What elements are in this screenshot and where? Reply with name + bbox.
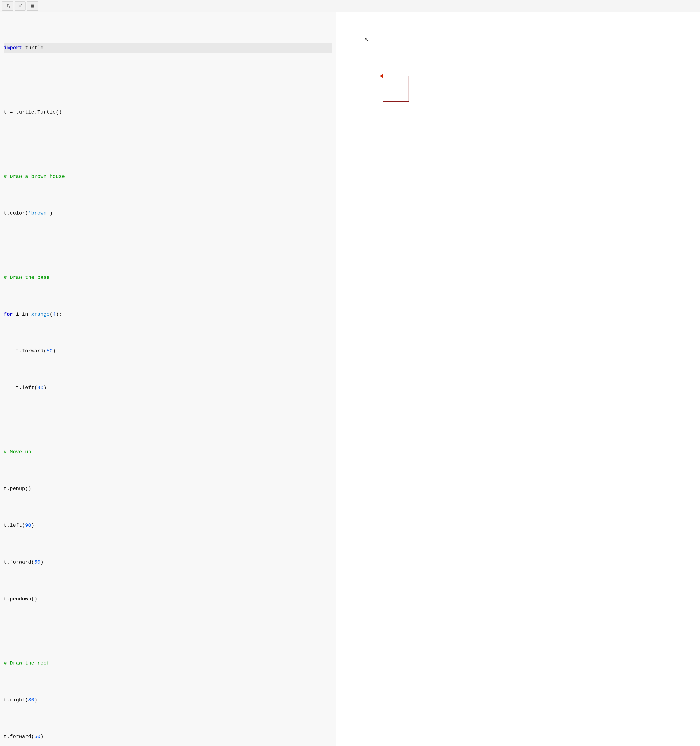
code-line-1: import turtle — [4, 44, 332, 53]
num-90a: 90 — [38, 385, 44, 391]
code-indent: t.left( — [4, 385, 38, 391]
code-line-forward2: t.forward(50) — [4, 558, 332, 567]
save-button[interactable] — [15, 2, 26, 11]
code-line-left2: t.left(90) — [4, 521, 332, 530]
app-container: import turtle t = turtle.Turtle() # Draw… — [0, 0, 700, 746]
code-line-left1: t.left(90) — [4, 383, 332, 393]
keyword-for: for — [4, 311, 13, 317]
toolbar — [0, 0, 700, 12]
code-blank — [4, 236, 332, 245]
code-line-3: t = turtle.Turtle() — [4, 108, 332, 117]
svg-marker-5 — [380, 74, 383, 78]
code-line-comment3: # Move up — [4, 447, 332, 457]
code-blank — [4, 411, 332, 420]
code-text: ) — [41, 560, 44, 565]
code-blank — [4, 71, 332, 80]
code-text: ) — [41, 734, 44, 740]
code-line-forward1: t.forward(50) — [4, 346, 332, 356]
code-line-for: for i in xrange(4): — [4, 310, 332, 319]
code-indent: t.forward( — [4, 348, 47, 354]
code-text: t.right( — [4, 697, 28, 703]
string-brown: 'brown' — [28, 211, 50, 216]
code-line-comment4: # Draw the roof — [4, 659, 332, 668]
comment-text: # Draw a brown house — [4, 174, 65, 179]
code-text: ) — [31, 523, 34, 528]
divider-line — [336, 291, 336, 306]
code-blank — [4, 622, 332, 631]
cursor-icon: ↖ — [364, 36, 369, 44]
num-50c: 50 — [34, 734, 41, 740]
code-line-comment1: # Draw a brown house — [4, 172, 332, 181]
code-blank — [4, 135, 332, 144]
num-90b: 90 — [25, 523, 32, 528]
comment-moveup: # Move up — [4, 449, 31, 455]
code-line-color: t.color('brown') — [4, 209, 332, 218]
code-text: t.left( — [4, 523, 25, 528]
func-xrange: xrange — [31, 311, 50, 317]
code-text: ) — [34, 697, 38, 703]
num-50a: 50 — [47, 348, 53, 354]
code-text: t.pendown() — [4, 596, 38, 602]
comment-base: # Draw the base — [4, 275, 50, 280]
code-text: t.color( — [4, 211, 28, 216]
code-text: t.forward( — [4, 560, 34, 565]
code-text: i in — [13, 311, 31, 317]
code-line-pendown: t.pendown() — [4, 594, 332, 604]
stop-button[interactable] — [27, 2, 38, 11]
code-text: t = turtle.Turtle() — [4, 109, 62, 115]
code-text: ): — [56, 311, 62, 317]
turtle-drawing — [369, 62, 420, 113]
code-line-penup: t.penup() — [4, 484, 332, 493]
code-text: ) — [44, 385, 47, 391]
code-panel[interactable]: import turtle t = turtle.Turtle() # Draw… — [0, 12, 336, 746]
code-text: ) — [53, 348, 56, 354]
code-text: ( — [50, 311, 53, 317]
code-line-forward3: t.forward(50) — [4, 732, 332, 741]
code-text: t.forward( — [4, 734, 34, 740]
keyword-import: import — [4, 45, 22, 51]
code-line-right1: t.right(30) — [4, 695, 332, 705]
code-line-comment2: # Draw the base — [4, 273, 332, 282]
code-area: import turtle t = turtle.Turtle() # Draw… — [0, 14, 336, 746]
canvas-panel: ↖ — [336, 12, 700, 746]
code-normal: turtle — [22, 45, 44, 51]
num-50b: 50 — [34, 560, 41, 565]
export-button[interactable] — [2, 2, 13, 11]
code-text: ) — [50, 211, 53, 216]
comment-roof: # Draw the roof — [4, 660, 50, 666]
main-content: import turtle t = turtle.Turtle() # Draw… — [0, 12, 700, 746]
num-4: 4 — [53, 311, 56, 317]
num-30: 30 — [28, 697, 34, 703]
svg-rect-1 — [31, 5, 34, 8]
code-text: t.penup() — [4, 486, 31, 492]
